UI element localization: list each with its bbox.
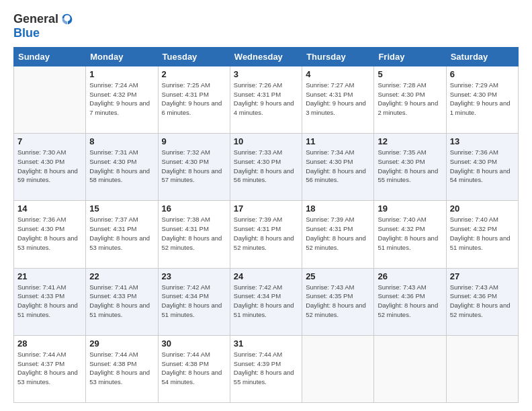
day-number: 10 <box>234 136 298 146</box>
calendar-day-cell: 1Sunrise: 7:24 AMSunset: 4:32 PMDaylight… <box>86 66 158 133</box>
calendar-day-cell: 12Sunrise: 7:35 AMSunset: 4:30 PMDayligh… <box>374 134 446 201</box>
calendar-day-cell: 24Sunrise: 7:42 AMSunset: 4:34 PMDayligh… <box>230 268 302 335</box>
calendar-day-cell: 13Sunrise: 7:36 AMSunset: 4:30 PMDayligh… <box>446 134 518 201</box>
day-number: 25 <box>306 271 370 281</box>
page: General Blue SundayMondayTuesdayWednesda… <box>0 0 532 411</box>
day-number: 8 <box>89 136 154 146</box>
day-number: 2 <box>162 69 226 79</box>
logo: General Blue <box>13 12 75 40</box>
day-info: Sunrise: 7:43 AMSunset: 4:35 PMDaylight:… <box>306 283 370 320</box>
day-number: 15 <box>89 203 154 214</box>
day-number: 3 <box>234 69 298 79</box>
day-info: Sunrise: 7:38 AMSunset: 4:31 PMDaylight:… <box>162 215 226 252</box>
day-info: Sunrise: 7:37 AMSunset: 4:31 PMDaylight:… <box>89 215 154 252</box>
day-info: Sunrise: 7:43 AMSunset: 4:36 PMDaylight:… <box>450 283 515 320</box>
day-number: 12 <box>378 136 442 146</box>
calendar-day-cell <box>14 66 86 133</box>
calendar-day-cell: 18Sunrise: 7:39 AMSunset: 4:31 PMDayligh… <box>302 201 374 268</box>
calendar-day-cell: 23Sunrise: 7:42 AMSunset: 4:34 PMDayligh… <box>158 268 230 335</box>
day-info: Sunrise: 7:29 AMSunset: 4:30 PMDaylight:… <box>450 81 515 118</box>
day-info: Sunrise: 7:39 AMSunset: 4:31 PMDaylight:… <box>306 215 370 252</box>
weekday-header-thursday: Thursday <box>302 47 374 66</box>
day-info: Sunrise: 7:24 AMSunset: 4:32 PMDaylight:… <box>89 81 154 118</box>
calendar-week-row: 1Sunrise: 7:24 AMSunset: 4:32 PMDaylight… <box>14 66 519 133</box>
day-number: 27 <box>450 271 515 281</box>
day-info: Sunrise: 7:26 AMSunset: 4:31 PMDaylight:… <box>234 81 298 118</box>
calendar-day-cell <box>302 335 374 402</box>
day-info: Sunrise: 7:41 AMSunset: 4:33 PMDaylight:… <box>17 283 82 320</box>
weekday-header-saturday: Saturday <box>446 47 518 66</box>
day-info: Sunrise: 7:44 AMSunset: 4:38 PMDaylight:… <box>89 350 154 387</box>
day-number: 22 <box>89 271 154 281</box>
calendar-day-cell: 3Sunrise: 7:26 AMSunset: 4:31 PMDaylight… <box>230 66 302 133</box>
calendar-day-cell: 21Sunrise: 7:41 AMSunset: 4:33 PMDayligh… <box>14 268 86 335</box>
weekday-header-wednesday: Wednesday <box>230 47 302 66</box>
day-info: Sunrise: 7:36 AMSunset: 4:30 PMDaylight:… <box>17 215 82 252</box>
weekday-header-row: SundayMondayTuesdayWednesdayThursdayFrid… <box>14 47 519 66</box>
day-info: Sunrise: 7:27 AMSunset: 4:31 PMDaylight:… <box>306 81 370 118</box>
day-info: Sunrise: 7:28 AMSunset: 4:30 PMDaylight:… <box>378 81 442 118</box>
calendar-day-cell: 28Sunrise: 7:44 AMSunset: 4:37 PMDayligh… <box>14 335 86 402</box>
day-number: 21 <box>17 271 82 281</box>
day-number: 1 <box>89 69 154 79</box>
calendar-day-cell <box>374 335 446 402</box>
day-info: Sunrise: 7:42 AMSunset: 4:34 PMDaylight:… <box>162 283 226 320</box>
calendar-table: SundayMondayTuesdayWednesdayThursdayFrid… <box>13 47 519 403</box>
day-info: Sunrise: 7:40 AMSunset: 4:32 PMDaylight:… <box>450 215 515 252</box>
day-number: 13 <box>450 136 515 146</box>
calendar-week-row: 21Sunrise: 7:41 AMSunset: 4:33 PMDayligh… <box>14 268 519 335</box>
day-number: 6 <box>450 69 515 79</box>
day-number: 4 <box>306 69 370 79</box>
day-info: Sunrise: 7:25 AMSunset: 4:31 PMDaylight:… <box>162 81 226 118</box>
day-info: Sunrise: 7:36 AMSunset: 4:30 PMDaylight:… <box>450 148 515 185</box>
logo-icon <box>60 12 75 27</box>
day-number: 11 <box>306 136 370 146</box>
calendar-day-cell: 26Sunrise: 7:43 AMSunset: 4:36 PMDayligh… <box>374 268 446 335</box>
calendar-week-row: 7Sunrise: 7:30 AMSunset: 4:30 PMDaylight… <box>14 134 519 201</box>
calendar-day-cell: 2Sunrise: 7:25 AMSunset: 4:31 PMDaylight… <box>158 66 230 133</box>
day-number: 23 <box>162 271 226 281</box>
day-number: 5 <box>378 69 442 79</box>
day-info: Sunrise: 7:33 AMSunset: 4:30 PMDaylight:… <box>234 148 298 185</box>
day-number: 20 <box>450 203 515 214</box>
day-info: Sunrise: 7:34 AMSunset: 4:30 PMDaylight:… <box>306 148 370 185</box>
calendar-day-cell: 17Sunrise: 7:39 AMSunset: 4:31 PMDayligh… <box>230 201 302 268</box>
day-info: Sunrise: 7:30 AMSunset: 4:30 PMDaylight:… <box>17 148 82 185</box>
calendar-day-cell: 22Sunrise: 7:41 AMSunset: 4:33 PMDayligh… <box>86 268 158 335</box>
calendar-day-cell: 25Sunrise: 7:43 AMSunset: 4:35 PMDayligh… <box>302 268 374 335</box>
calendar-day-cell <box>446 335 518 402</box>
calendar-day-cell: 14Sunrise: 7:36 AMSunset: 4:30 PMDayligh… <box>14 201 86 268</box>
weekday-header-monday: Monday <box>86 47 158 66</box>
calendar-day-cell: 10Sunrise: 7:33 AMSunset: 4:30 PMDayligh… <box>230 134 302 201</box>
day-number: 7 <box>17 136 82 146</box>
day-info: Sunrise: 7:35 AMSunset: 4:30 PMDaylight:… <box>378 148 442 185</box>
weekday-header-tuesday: Tuesday <box>158 47 230 66</box>
day-number: 16 <box>162 203 226 214</box>
calendar-day-cell: 9Sunrise: 7:32 AMSunset: 4:30 PMDaylight… <box>158 134 230 201</box>
calendar-week-row: 28Sunrise: 7:44 AMSunset: 4:37 PMDayligh… <box>14 335 519 402</box>
day-number: 30 <box>162 338 226 349</box>
weekday-header-sunday: Sunday <box>14 47 86 66</box>
day-info: Sunrise: 7:44 AMSunset: 4:38 PMDaylight:… <box>162 350 226 387</box>
calendar-week-row: 14Sunrise: 7:36 AMSunset: 4:30 PMDayligh… <box>14 201 519 268</box>
day-info: Sunrise: 7:44 AMSunset: 4:39 PMDaylight:… <box>234 350 298 387</box>
day-number: 24 <box>234 271 298 281</box>
calendar-day-cell: 20Sunrise: 7:40 AMSunset: 4:32 PMDayligh… <box>446 201 518 268</box>
calendar-day-cell: 7Sunrise: 7:30 AMSunset: 4:30 PMDaylight… <box>14 134 86 201</box>
day-info: Sunrise: 7:40 AMSunset: 4:32 PMDaylight:… <box>378 215 442 252</box>
day-number: 18 <box>306 203 370 214</box>
calendar-day-cell: 11Sunrise: 7:34 AMSunset: 4:30 PMDayligh… <box>302 134 374 201</box>
logo-general-text: General <box>13 13 58 26</box>
day-number: 29 <box>89 338 154 349</box>
day-info: Sunrise: 7:41 AMSunset: 4:33 PMDaylight:… <box>89 283 154 320</box>
day-info: Sunrise: 7:42 AMSunset: 4:34 PMDaylight:… <box>234 283 298 320</box>
calendar-day-cell: 29Sunrise: 7:44 AMSunset: 4:38 PMDayligh… <box>86 335 158 402</box>
weekday-header-friday: Friday <box>374 47 446 66</box>
day-number: 14 <box>17 203 82 214</box>
calendar-day-cell: 6Sunrise: 7:29 AMSunset: 4:30 PMDaylight… <box>446 66 518 133</box>
calendar-day-cell: 16Sunrise: 7:38 AMSunset: 4:31 PMDayligh… <box>158 201 230 268</box>
day-info: Sunrise: 7:44 AMSunset: 4:37 PMDaylight:… <box>17 350 82 387</box>
day-number: 31 <box>234 338 298 349</box>
day-number: 28 <box>17 338 82 349</box>
day-info: Sunrise: 7:32 AMSunset: 4:30 PMDaylight:… <box>162 148 226 185</box>
